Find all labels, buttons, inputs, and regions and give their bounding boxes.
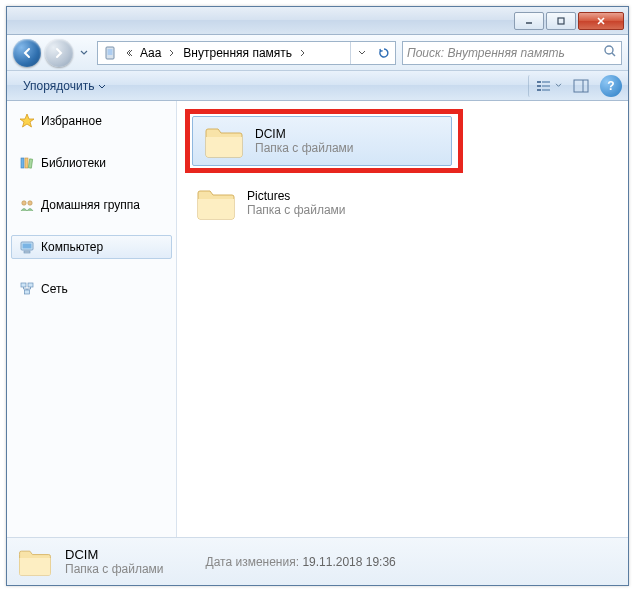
address-bar-actions [350,42,395,64]
folder-icon [195,185,237,221]
help-button[interactable]: ? [600,75,622,97]
status-name: DCIM [65,547,164,562]
svg-point-20 [28,201,32,205]
organize-button[interactable]: Упорядочить [13,74,116,98]
svg-rect-25 [28,283,33,287]
svg-rect-12 [537,89,541,91]
sidebar-item-network[interactable]: Сеть [7,277,176,301]
breadcrumb-chevron-icon[interactable] [296,42,310,64]
breadcrumb-chevron-icon[interactable] [165,42,179,64]
body: Избранное Библиотеки Домашняя группа Ком… [7,101,628,537]
svg-rect-5 [108,49,113,55]
svg-rect-18 [28,159,32,168]
maximize-button[interactable] [546,12,576,30]
svg-rect-1 [558,18,564,24]
sidebar-item-favorites[interactable]: Избранное [7,109,176,133]
sidebar-item-label: Домашняя группа [41,198,140,212]
breadcrumb-item[interactable]: Внутренняя память [179,42,296,64]
network-icon [19,281,35,297]
sidebar-item-label: Компьютер [41,240,103,254]
toolbar-right: ? [528,75,622,97]
computer-icon [19,239,35,255]
statusbar: DCIM Папка с файлами Дата изменения: 19.… [7,537,628,585]
device-icon [100,43,120,63]
svg-rect-23 [24,251,30,253]
status-meta: Дата изменения: 19.11.2018 19:36 [206,555,396,569]
status-subtitle: Папка с файлами [65,562,164,576]
sidebar-item-computer[interactable]: Компьютер [11,235,172,259]
status-date-label: Дата изменения: [206,555,300,569]
svg-rect-8 [537,81,541,83]
folder-icon [203,123,245,159]
sidebar-item-label: Сеть [41,282,68,296]
breadcrumb-item[interactable]: Aaa [136,42,165,64]
item-subtitle: Папка с файлами [255,141,354,155]
search-input[interactable] [407,46,603,60]
close-button[interactable] [578,12,624,30]
libraries-icon [19,155,35,171]
refresh-button[interactable] [373,42,395,64]
content-pane[interactable]: DCIM Папка с файлами Pictures Папка с фа… [177,101,628,537]
search-icon [603,44,617,61]
svg-rect-24 [21,283,26,287]
highlight-box: DCIM Папка с файлами [185,109,463,173]
item-name: Pictures [247,189,346,203]
homegroup-icon [19,197,35,213]
toolbar: Упорядочить ? [7,71,628,101]
navbar: Aaa Внутренняя память [7,35,628,71]
sidebar-item-libraries[interactable]: Библиотеки [7,151,176,175]
status-date-value: 19.11.2018 19:36 [302,555,395,569]
star-icon [19,113,35,129]
svg-rect-13 [542,89,550,91]
folder-item-pictures[interactable]: Pictures Папка с файлами [185,179,445,227]
titlebar [7,7,628,35]
svg-rect-26 [25,290,30,294]
back-button[interactable] [13,39,41,67]
svg-point-6 [605,46,613,54]
nav-history-dropdown[interactable] [77,43,91,63]
item-subtitle: Папка с файлами [247,203,346,217]
chevron-down-icon [98,79,106,93]
forward-button[interactable] [45,39,73,67]
svg-rect-14 [574,80,588,92]
view-mode-button[interactable] [528,75,566,97]
explorer-window: Aaa Внутренняя память Упорядочить ? [6,6,629,586]
address-bar[interactable]: Aaa Внутренняя память [97,41,396,65]
folder-item-dcim[interactable]: DCIM Папка с файлами [192,116,452,166]
preview-pane-button[interactable] [568,75,594,97]
breadcrumb-back-chevron[interactable] [122,42,136,64]
svg-rect-16 [21,158,24,168]
sidebar-item-homegroup[interactable]: Домашняя группа [7,193,176,217]
svg-rect-9 [542,81,550,83]
organize-label: Упорядочить [23,79,94,93]
sidebar-item-label: Избранное [41,114,102,128]
svg-rect-10 [537,85,541,87]
svg-rect-11 [542,85,550,87]
minimize-button[interactable] [514,12,544,30]
svg-rect-17 [25,158,28,168]
svg-rect-22 [23,244,32,249]
sidebar: Избранное Библиотеки Домашняя группа Ком… [7,101,177,537]
sidebar-item-label: Библиотеки [41,156,106,170]
address-dropdown[interactable] [351,42,373,64]
item-name: DCIM [255,127,354,141]
folder-icon [17,546,53,578]
search-box[interactable] [402,41,622,65]
svg-point-19 [22,201,26,205]
svg-line-7 [612,53,615,56]
